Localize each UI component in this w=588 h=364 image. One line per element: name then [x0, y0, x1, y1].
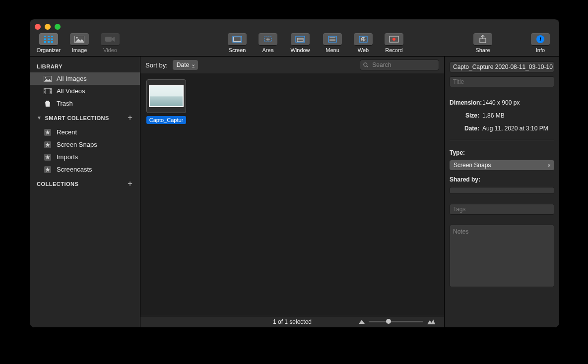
size-value: 1.86 MB: [482, 112, 505, 119]
tags-field[interactable]: [450, 204, 554, 215]
toolbar: Organizer Image Video Screen: [30, 31, 559, 57]
organizer-tab[interactable]: [39, 33, 58, 45]
svg-rect-7: [48, 41, 50, 43]
collections-section-header[interactable]: COLLECTIONS ＋: [30, 176, 140, 192]
capture-screen-button[interactable]: [228, 33, 247, 45]
sort-label: Sort by:: [145, 61, 168, 69]
size-label: Size:: [450, 112, 479, 119]
dimension-label: Dimension:: [450, 99, 479, 106]
info-icon: i: [536, 35, 544, 43]
date-label: Date:: [450, 125, 479, 132]
capture-menu-label: Menu: [326, 47, 339, 53]
capture-window-label: Window: [290, 47, 310, 53]
svg-rect-5: [51, 39, 53, 40]
notes-field[interactable]: Notes: [450, 225, 554, 287]
zoom-knob[interactable]: [386, 319, 391, 324]
capture-area-button[interactable]: [259, 33, 277, 45]
sidebar-item-recent[interactable]: Recent: [30, 126, 140, 138]
star-box-icon: [44, 154, 52, 161]
svg-rect-3: [44, 39, 46, 40]
sidebar-item-imports[interactable]: Imports: [30, 151, 140, 163]
capture-window-button[interactable]: [291, 33, 310, 45]
screen-icon: [232, 36, 242, 43]
image-tab[interactable]: [70, 33, 89, 45]
svg-point-47: [364, 63, 367, 66]
main-panel: Sort by: Date Capto_Captur 1 of 1: [140, 57, 445, 327]
svg-line-48: [367, 66, 368, 67]
svg-rect-4: [48, 39, 50, 40]
main-header: Sort by: Date: [140, 57, 444, 73]
svg-rect-2: [51, 36, 53, 37]
sidebar-item-all-images[interactable]: All Images: [30, 72, 140, 85]
search-field[interactable]: [360, 60, 439, 70]
image-label: Image: [72, 47, 87, 53]
svg-point-32: [45, 77, 47, 78]
images-icon: [44, 75, 52, 82]
sidebar-item-label: All Videos: [57, 87, 85, 95]
shared-by-field[interactable]: [450, 187, 554, 194]
share-button[interactable]: [473, 33, 492, 45]
svg-rect-18: [297, 38, 303, 42]
filename-field[interactable]: Capto_Capture 2020-08-11_03-10-10: [450, 61, 554, 72]
capture-area-label: Area: [262, 47, 273, 53]
chevron-down-icon: ▼: [37, 115, 42, 121]
grid-icon: [44, 36, 53, 43]
zoom-large-icon: [427, 318, 435, 324]
zoom-slider[interactable]: [369, 321, 423, 322]
thumbnail-image: [149, 85, 184, 107]
capture-web-button[interactable]: [354, 33, 373, 45]
share-icon: [479, 35, 486, 43]
image-icon: [74, 36, 84, 43]
zoom-control: [359, 318, 435, 324]
dimension-value: 1440 x 900 px: [482, 99, 520, 106]
info-button[interactable]: i: [531, 33, 550, 45]
date-value: Aug 11, 2020 at 3:10 PM: [482, 125, 548, 132]
capture-menu-button[interactable]: [323, 33, 342, 45]
add-collection-button[interactable]: ＋: [126, 179, 134, 189]
svg-rect-11: [105, 37, 112, 42]
status-bar: 1 of 1 selected: [140, 316, 444, 327]
film-icon: [44, 88, 52, 95]
sidebar-item-label: Trash: [57, 100, 73, 107]
search-input[interactable]: [371, 61, 436, 69]
svg-rect-0: [44, 36, 46, 37]
window-controls: [35, 24, 61, 30]
svg-point-28: [392, 38, 395, 41]
sidebar: LIBRARY All Images All Videos Trash: [30, 57, 140, 327]
close-window-button[interactable]: [35, 24, 41, 30]
sidebar-item-screencasts[interactable]: Screencasts: [30, 163, 140, 176]
shared-by-label: Shared by:: [450, 176, 554, 183]
minimize-window-button[interactable]: [45, 24, 51, 30]
organizer-label: Organizer: [37, 47, 61, 53]
type-select[interactable]: Screen Snaps: [450, 160, 554, 170]
thumbnail-frame: [146, 79, 186, 113]
sidebar-item-label: Screen Snaps: [57, 141, 97, 148]
type-label: Type:: [450, 149, 554, 156]
capture-screen-label: Screen: [229, 47, 246, 53]
sort-select[interactable]: Date: [173, 60, 198, 70]
record-button[interactable]: [385, 33, 403, 45]
sidebar-item-screen-snaps[interactable]: Screen Snaps: [30, 138, 140, 151]
menu-icon: [328, 36, 337, 43]
video-icon: [105, 36, 115, 42]
zoom-window-button[interactable]: [55, 24, 61, 30]
thumbnail-item[interactable]: Capto_Captur: [146, 79, 186, 124]
star-box-icon: [44, 141, 52, 148]
titlebar: [30, 19, 559, 31]
share-label: Share: [475, 47, 490, 53]
sidebar-item-all-videos[interactable]: All Videos: [30, 85, 140, 97]
title-field[interactable]: [450, 76, 554, 87]
svg-rect-1: [48, 36, 50, 37]
web-icon: [359, 36, 368, 43]
star-box-icon: [44, 129, 52, 136]
trash-icon: [44, 100, 52, 107]
app-window: Organizer Image Video Screen: [29, 19, 560, 328]
window-icon: [295, 36, 305, 43]
sidebar-item-trash[interactable]: Trash: [30, 97, 140, 110]
add-smart-collection-button[interactable]: ＋: [126, 113, 134, 123]
thumbnail-grid[interactable]: Capto_Captur: [140, 73, 444, 316]
star-box-icon: [44, 166, 52, 173]
area-icon: [263, 36, 272, 43]
sidebar-item-label: Screencasts: [57, 166, 92, 173]
smart-collections-section-header[interactable]: ▼SMART COLLECTIONS ＋: [30, 110, 140, 126]
